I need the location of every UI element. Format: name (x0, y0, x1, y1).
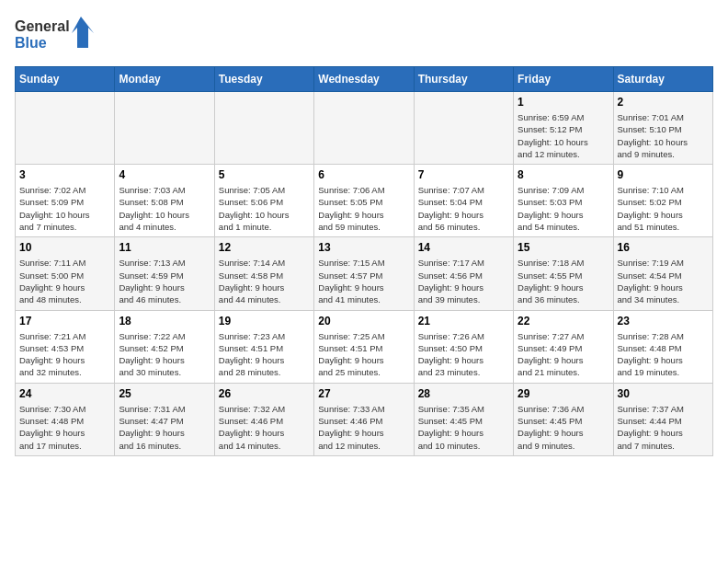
day-number: 22 (518, 315, 609, 327)
day-number: 24 (19, 387, 110, 400)
day-number: 27 (318, 387, 409, 400)
day-number: 23 (618, 315, 709, 327)
day-info: Sunrise: 6:59 AM Sunset: 5:12 PM Dayligh… (518, 111, 609, 160)
calendar-cell: 4Sunrise: 7:03 AM Sunset: 5:08 PM Daylig… (115, 165, 214, 237)
logo-svg: GeneralBlue (15, 15, 97, 55)
day-number: 18 (119, 315, 210, 327)
day-number: 12 (219, 241, 310, 254)
day-number: 6 (318, 168, 409, 181)
day-info: Sunrise: 7:15 AM Sunset: 4:57 PM Dayligh… (318, 257, 409, 305)
day-number: 28 (418, 387, 509, 400)
calendar-cell (314, 92, 414, 165)
calendar-week-row: 3Sunrise: 7:02 AM Sunset: 5:09 PM Daylig… (16, 165, 713, 237)
calendar-cell: 20Sunrise: 7:25 AM Sunset: 4:51 PM Dayli… (314, 310, 414, 383)
day-info: Sunrise: 7:23 AM Sunset: 4:51 PM Dayligh… (219, 330, 310, 379)
day-number: 2 (618, 96, 709, 109)
calendar-cell (214, 92, 313, 165)
day-number: 4 (119, 168, 210, 181)
day-number: 25 (119, 387, 210, 400)
day-number: 10 (19, 241, 110, 254)
day-info: Sunrise: 7:26 AM Sunset: 4:50 PM Dayligh… (418, 330, 509, 379)
calendar-body: 1Sunrise: 6:59 AM Sunset: 5:12 PM Daylig… (16, 92, 713, 456)
day-info: Sunrise: 7:01 AM Sunset: 5:10 PM Dayligh… (618, 111, 709, 160)
weekday-header-cell: Tuesday (214, 67, 313, 92)
weekday-header-cell: Monday (115, 67, 214, 92)
calendar-cell: 3Sunrise: 7:02 AM Sunset: 5:09 PM Daylig… (16, 165, 115, 237)
calendar-cell: 10Sunrise: 7:11 AM Sunset: 5:00 PM Dayli… (16, 237, 115, 310)
svg-text:General: General (15, 18, 70, 34)
calendar-cell: 14Sunrise: 7:17 AM Sunset: 4:56 PM Dayli… (414, 237, 513, 310)
weekday-header-cell: Thursday (414, 67, 513, 92)
svg-text:Blue: Blue (15, 35, 47, 51)
calendar-cell: 1Sunrise: 6:59 AM Sunset: 5:12 PM Daylig… (514, 92, 613, 165)
day-info: Sunrise: 7:22 AM Sunset: 4:52 PM Dayligh… (119, 330, 210, 379)
day-number: 14 (418, 241, 509, 254)
calendar-cell (414, 92, 513, 165)
weekday-header-cell: Wednesday (314, 67, 414, 92)
calendar-cell (115, 92, 214, 165)
day-info: Sunrise: 7:31 AM Sunset: 4:47 PM Dayligh… (119, 403, 210, 452)
day-number: 26 (219, 387, 310, 400)
calendar-cell: 21Sunrise: 7:26 AM Sunset: 4:50 PM Dayli… (414, 310, 513, 383)
calendar-cell (16, 92, 115, 165)
day-info: Sunrise: 7:03 AM Sunset: 5:08 PM Dayligh… (119, 184, 210, 233)
day-number: 20 (318, 315, 409, 327)
day-number: 17 (19, 315, 110, 327)
calendar-week-row: 10Sunrise: 7:11 AM Sunset: 5:00 PM Dayli… (16, 237, 713, 310)
day-info: Sunrise: 7:18 AM Sunset: 4:55 PM Dayligh… (518, 257, 609, 305)
day-number: 8 (518, 168, 609, 181)
day-number: 15 (518, 241, 609, 254)
calendar-cell: 25Sunrise: 7:31 AM Sunset: 4:47 PM Dayli… (115, 383, 214, 455)
logo: GeneralBlue (15, 15, 97, 55)
day-number: 1 (518, 96, 609, 109)
day-info: Sunrise: 7:25 AM Sunset: 4:51 PM Dayligh… (318, 330, 409, 379)
day-info: Sunrise: 7:11 AM Sunset: 5:00 PM Dayligh… (19, 257, 110, 305)
day-info: Sunrise: 7:13 AM Sunset: 4:59 PM Dayligh… (119, 257, 210, 305)
calendar-week-row: 17Sunrise: 7:21 AM Sunset: 4:53 PM Dayli… (16, 310, 713, 383)
day-number: 11 (119, 241, 210, 254)
day-info: Sunrise: 7:06 AM Sunset: 5:05 PM Dayligh… (318, 184, 409, 233)
calendar-cell: 18Sunrise: 7:22 AM Sunset: 4:52 PM Dayli… (115, 310, 214, 383)
calendar-cell: 30Sunrise: 7:37 AM Sunset: 4:44 PM Dayli… (613, 383, 712, 455)
calendar-week-row: 1Sunrise: 6:59 AM Sunset: 5:12 PM Daylig… (16, 92, 713, 165)
calendar-cell: 15Sunrise: 7:18 AM Sunset: 4:55 PM Dayli… (514, 237, 613, 310)
calendar-cell: 9Sunrise: 7:10 AM Sunset: 5:02 PM Daylig… (613, 165, 712, 237)
day-number: 5 (219, 168, 310, 181)
day-info: Sunrise: 7:07 AM Sunset: 5:04 PM Dayligh… (418, 184, 509, 233)
day-info: Sunrise: 7:19 AM Sunset: 4:54 PM Dayligh… (618, 257, 709, 305)
calendar-cell: 8Sunrise: 7:09 AM Sunset: 5:03 PM Daylig… (514, 165, 613, 237)
day-info: Sunrise: 7:09 AM Sunset: 5:03 PM Dayligh… (518, 184, 609, 233)
day-info: Sunrise: 7:14 AM Sunset: 4:58 PM Dayligh… (219, 257, 310, 305)
day-number: 30 (618, 387, 709, 400)
day-number: 29 (518, 387, 609, 400)
day-info: Sunrise: 7:21 AM Sunset: 4:53 PM Dayligh… (19, 330, 110, 379)
calendar-cell: 13Sunrise: 7:15 AM Sunset: 4:57 PM Dayli… (314, 237, 414, 310)
calendar-cell: 26Sunrise: 7:32 AM Sunset: 4:46 PM Dayli… (214, 383, 313, 455)
day-number: 16 (618, 241, 709, 254)
day-number: 13 (318, 241, 409, 254)
calendar-week-row: 24Sunrise: 7:30 AM Sunset: 4:48 PM Dayli… (16, 383, 713, 455)
day-info: Sunrise: 7:28 AM Sunset: 4:48 PM Dayligh… (618, 330, 709, 379)
day-info: Sunrise: 7:27 AM Sunset: 4:49 PM Dayligh… (518, 330, 609, 379)
day-number: 9 (618, 168, 709, 181)
calendar-cell: 11Sunrise: 7:13 AM Sunset: 4:59 PM Dayli… (115, 237, 214, 310)
day-number: 3 (19, 168, 110, 181)
calendar-cell: 12Sunrise: 7:14 AM Sunset: 4:58 PM Dayli… (214, 237, 313, 310)
calendar-cell: 6Sunrise: 7:06 AM Sunset: 5:05 PM Daylig… (314, 165, 414, 237)
day-info: Sunrise: 7:37 AM Sunset: 4:44 PM Dayligh… (618, 403, 709, 452)
day-info: Sunrise: 7:02 AM Sunset: 5:09 PM Dayligh… (19, 184, 110, 233)
calendar-cell: 5Sunrise: 7:05 AM Sunset: 5:06 PM Daylig… (214, 165, 313, 237)
day-number: 21 (418, 315, 509, 327)
day-number: 7 (418, 168, 509, 181)
weekday-header-cell: Saturday (613, 67, 712, 92)
day-number: 19 (219, 315, 310, 327)
day-info: Sunrise: 7:36 AM Sunset: 4:45 PM Dayligh… (518, 403, 609, 452)
calendar-cell: 17Sunrise: 7:21 AM Sunset: 4:53 PM Dayli… (16, 310, 115, 383)
day-info: Sunrise: 7:35 AM Sunset: 4:45 PM Dayligh… (418, 403, 509, 452)
calendar-cell: 7Sunrise: 7:07 AM Sunset: 5:04 PM Daylig… (414, 165, 513, 237)
page-header: GeneralBlue (15, 15, 713, 55)
day-info: Sunrise: 7:30 AM Sunset: 4:48 PM Dayligh… (19, 403, 110, 452)
calendar-cell: 16Sunrise: 7:19 AM Sunset: 4:54 PM Dayli… (613, 237, 712, 310)
calendar-cell: 24Sunrise: 7:30 AM Sunset: 4:48 PM Dayli… (16, 383, 115, 455)
calendar-table: SundayMondayTuesdayWednesdayThursdayFrid… (15, 66, 713, 456)
